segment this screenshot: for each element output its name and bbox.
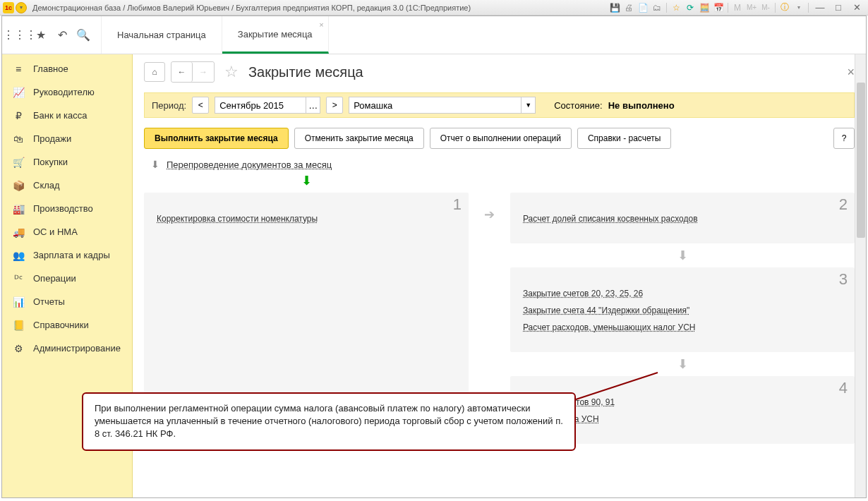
m-minus-icon[interactable]: M- bbox=[759, 1, 772, 14]
document-icon[interactable]: 📄 bbox=[637, 1, 649, 14]
sidebar-item-manager[interactable]: 📈Руководителю bbox=[2, 80, 132, 104]
step-2-link-0[interactable]: Расчет долей списания косвенных расходов bbox=[523, 214, 842, 224]
sidebar-item-main[interactable]: ≡Главное bbox=[2, 57, 132, 80]
step-2-block: 2 Расчет долей списания косвенных расход… bbox=[510, 193, 855, 243]
close-tab-icon[interactable]: × bbox=[319, 20, 323, 29]
calendar-icon[interactable]: 📅 bbox=[712, 1, 725, 14]
home-button[interactable]: ⌂ bbox=[144, 62, 165, 82]
sidebar-item-warehouse[interactable]: 📦Склад bbox=[2, 174, 132, 197]
operations-report-button[interactable]: Отчет о выполнении операций bbox=[430, 128, 572, 149]
window-title: Демонстрационная база / Любимов Валерий … bbox=[32, 4, 608, 12]
sidebar-label: Руководителю bbox=[33, 87, 95, 97]
people-icon: 👥 bbox=[12, 250, 25, 261]
tabs-bar: ⋮⋮⋮ ★ ↶ 🔍 Начальная страница Закрытие ме… bbox=[2, 16, 866, 54]
sidebar-label: Администрирование bbox=[33, 343, 121, 354]
step-3-link-0[interactable]: Закрытие счетов 20, 23, 25, 26 bbox=[523, 289, 842, 298]
sidebar-item-purchases[interactable]: 🛒Покупки bbox=[2, 150, 132, 174]
titlebar: 1c ▾ Демонстрационная база / Любимов Вал… bbox=[0, 0, 868, 16]
dc-icon: ᴰᶜ bbox=[12, 273, 25, 284]
book-icon: 📒 bbox=[12, 320, 25, 331]
maximize-button[interactable]: □ bbox=[830, 1, 847, 14]
titlebar-toolbar: 💾 🖨 📄 🗂 ☆ ⟳ 🧮 📅 M M+ M- ⓘ ▾ — □ ✕ bbox=[608, 1, 865, 14]
references-calculations-button[interactable]: Справки - расчеты bbox=[577, 128, 671, 149]
history-icon[interactable]: ⟳ bbox=[684, 1, 697, 14]
back-button[interactable]: ← bbox=[171, 62, 193, 82]
app-logo-icon: 1c bbox=[3, 2, 14, 13]
status-value: Не выполнено bbox=[608, 100, 675, 111]
organization-dropdown-button[interactable]: ▼ bbox=[522, 97, 536, 114]
sidebar-item-operations[interactable]: ᴰᶜОперации bbox=[2, 267, 132, 290]
compare-icon[interactable]: 🗂 bbox=[651, 1, 663, 14]
callout-text: При выполнении регламентной операции сум… bbox=[95, 403, 563, 439]
tab-start-label: Начальная страница bbox=[117, 30, 206, 40]
step-1-block: 1 Корректировка стоимости номенклатуры bbox=[144, 193, 469, 411]
step-number: 1 bbox=[453, 195, 462, 214]
history-back-icon[interactable]: ↶ bbox=[52, 25, 73, 46]
close-page-button[interactable]: × bbox=[847, 65, 855, 80]
sidebar-label: Справочники bbox=[33, 320, 89, 330]
help-button[interactable]: ? bbox=[833, 128, 855, 149]
favorite-icon[interactable]: ☆ bbox=[670, 1, 682, 14]
sidebar-label: Отчеты bbox=[33, 296, 65, 307]
box-icon: 📦 bbox=[12, 180, 25, 191]
sidebar-label: Покупки bbox=[33, 157, 68, 167]
info-dropdown-icon[interactable]: ▾ bbox=[792, 1, 805, 14]
period-field[interactable]: Сентябрь 2015 bbox=[215, 97, 306, 114]
sidebar-label: Главное bbox=[33, 64, 68, 74]
save-icon[interactable]: 💾 bbox=[608, 1, 621, 14]
callout-note: При выполнении регламентной операции сум… bbox=[82, 392, 576, 451]
info-icon[interactable]: ⓘ bbox=[778, 1, 791, 14]
main-icon: ≡ bbox=[12, 64, 25, 75]
app-menu-dropdown[interactable]: ▾ bbox=[16, 2, 27, 13]
period-select-button[interactable]: … bbox=[306, 97, 320, 114]
tab-active-label: Закрытие месяца bbox=[238, 29, 313, 40]
close-window-button[interactable]: ✕ bbox=[848, 1, 865, 14]
minimize-button[interactable]: — bbox=[812, 1, 828, 14]
status-label: Состояние: bbox=[554, 100, 602, 111]
sidebar-item-bank[interactable]: ₽Банк и касса bbox=[2, 104, 132, 127]
svg-line-0 bbox=[572, 373, 658, 401]
m-plus-icon[interactable]: M+ bbox=[745, 1, 758, 14]
sidebar-label: Склад bbox=[33, 180, 60, 191]
sidebar-item-reports[interactable]: 📊Отчеты bbox=[2, 290, 132, 313]
execute-closing-button[interactable]: Выполнить закрытие месяца bbox=[144, 128, 289, 149]
search-icon[interactable]: 🔍 bbox=[73, 25, 94, 46]
sidebar-label: Производство bbox=[33, 203, 93, 214]
sidebar-item-assets[interactable]: 🚚ОС и НМА bbox=[2, 220, 132, 243]
period-next-button[interactable]: > bbox=[326, 97, 343, 114]
sidebar-label: Продажи bbox=[33, 133, 71, 144]
down-arrow-icon: ⬇ bbox=[151, 159, 159, 170]
factory-icon: 🏭 bbox=[12, 203, 25, 215]
step-1-link-0[interactable]: Корректировка стоимости номенклатуры bbox=[157, 214, 456, 224]
down-arrow-icon: ⬇ bbox=[510, 248, 855, 263]
step-3-block: 3 Закрытие счетов 20, 23, 25, 26 Закрыти… bbox=[510, 267, 855, 352]
ruble-icon: ₽ bbox=[12, 110, 25, 121]
step-3-link-2[interactable]: Расчет расходов, уменьшающих налог УСН bbox=[523, 322, 842, 332]
step-number: 3 bbox=[839, 270, 848, 289]
step-3-link-1[interactable]: Закрытие счета 44 "Издержки обращения" bbox=[523, 306, 842, 315]
calculator-icon[interactable]: 🧮 bbox=[698, 1, 711, 14]
print-icon[interactable]: 🖨 bbox=[622, 1, 635, 14]
period-prev-button[interactable]: < bbox=[192, 97, 209, 114]
cart-icon: 🛒 bbox=[12, 157, 25, 168]
sidebar-label: Зарплата и кадры bbox=[33, 250, 110, 260]
organization-field[interactable]: Ромашка bbox=[349, 97, 522, 114]
tab-start-page[interactable]: Начальная страница bbox=[102, 16, 222, 54]
step-number: 2 bbox=[839, 195, 848, 214]
apps-grid-icon[interactable]: ⋮⋮⋮ bbox=[9, 25, 30, 46]
sidebar-item-references[interactable]: 📒Справочники bbox=[2, 313, 132, 337]
m-icon[interactable]: M bbox=[731, 1, 744, 14]
repost-documents-link[interactable]: Перепроведение документов за месяц bbox=[167, 159, 332, 170]
right-arrow-icon: ➔ bbox=[484, 207, 495, 222]
sidebar-item-salary[interactable]: 👥Зарплата и кадры bbox=[2, 243, 132, 267]
sidebar-item-sales[interactable]: 🛍Продажи bbox=[2, 127, 132, 150]
vertical-scrollbar[interactable] bbox=[855, 54, 866, 497]
favorites-star-icon[interactable]: ★ bbox=[30, 25, 52, 46]
sidebar-item-production[interactable]: 🏭Производство bbox=[2, 197, 132, 220]
cancel-closing-button[interactable]: Отменить закрытие месяца bbox=[294, 128, 424, 149]
green-down-arrow-icon: ⬇ bbox=[144, 173, 469, 188]
tab-month-closing[interactable]: Закрытие месяца × bbox=[222, 16, 329, 54]
favorite-page-icon[interactable]: ☆ bbox=[224, 63, 239, 81]
sidebar-item-admin[interactable]: ⚙Администрирование bbox=[2, 337, 132, 360]
forward-button[interactable]: → bbox=[193, 62, 214, 82]
